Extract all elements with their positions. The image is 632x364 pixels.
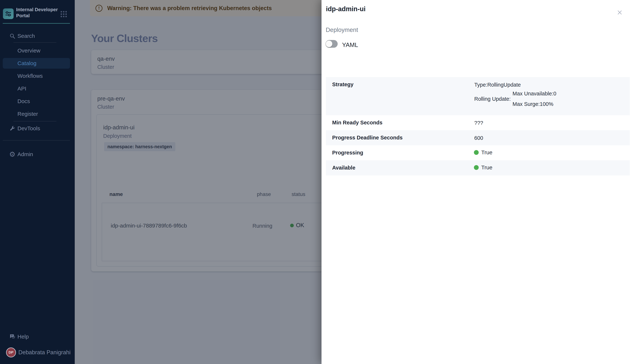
avatar-initials: DP xyxy=(9,350,14,354)
detail-label: Available xyxy=(332,165,355,171)
detail-value: True xyxy=(481,164,492,170)
close-icon[interactable] xyxy=(616,9,623,16)
sidebar-item-help[interactable]: ? Help xyxy=(3,331,70,342)
sidebar-item-label: Register xyxy=(18,111,38,117)
sidebar: Internal Developer Portal Search Overvie… xyxy=(0,0,75,364)
app-logo xyxy=(3,8,14,19)
detail-value: True xyxy=(481,149,492,156)
detail-label: Min Ready Seconds xyxy=(332,120,383,126)
sidebar-item-workflows[interactable]: Workflows xyxy=(3,71,70,81)
sidebar-item-label: API xyxy=(18,86,26,92)
detail-label: Progressing xyxy=(332,150,363,156)
user-name[interactable]: Debabrata Panigrahi xyxy=(18,349,71,356)
gear-icon: ⚙ xyxy=(9,151,16,158)
wrench-icon xyxy=(9,126,16,131)
sidebar-item-label: Docs xyxy=(18,98,30,104)
sidebar-divider xyxy=(14,121,56,122)
yaml-toggle[interactable] xyxy=(326,40,338,48)
rolling-update-label: Rolling Update: xyxy=(474,96,511,102)
sidebar-item-api[interactable]: API xyxy=(3,83,70,94)
sidebar-item-overview[interactable]: Overview xyxy=(3,45,70,56)
toggle-thumb xyxy=(326,40,332,47)
sidebar-item-docs[interactable]: Docs xyxy=(3,96,70,106)
sidebar-item-catalog[interactable]: Catalog xyxy=(3,58,70,68)
details-drawer: idp-admin-ui Deployment YAML Strategy Ty… xyxy=(322,0,632,364)
sidebar-accent-rule xyxy=(3,23,70,24)
status-dot xyxy=(474,165,479,170)
sidebar-item-label: Workflows xyxy=(18,73,43,79)
search-icon xyxy=(9,33,16,39)
max-unavailable-value: Max Unavailable:0 xyxy=(512,91,556,97)
sidebar-item-label: Help xyxy=(18,334,29,340)
rolling-update-group: Rolling Update: Max Unavailable:0 Max Su… xyxy=(474,91,556,107)
detail-row-progressing: Progressing True xyxy=(326,145,630,160)
sidebar-item-label: Admin xyxy=(18,151,33,158)
sidebar-item-search[interactable]: Search xyxy=(3,31,70,41)
svg-text:?: ? xyxy=(11,334,13,338)
apps-grid-icon[interactable] xyxy=(61,11,67,17)
drawer-title: idp-admin-ui xyxy=(326,5,366,13)
user-avatar[interactable]: DP xyxy=(6,348,16,358)
detail-label: Strategy xyxy=(332,82,354,88)
detail-value: 600 xyxy=(474,135,483,141)
help-chat-icon: ? xyxy=(9,334,16,340)
sidebar-item-label: Search xyxy=(18,33,35,39)
sidebar-item-devtools[interactable]: DevTools xyxy=(3,123,70,134)
sidebar-item-label: DevTools xyxy=(18,125,40,132)
max-surge-value: Max Surge:100% xyxy=(512,101,556,107)
detail-value: ??? xyxy=(474,120,483,126)
detail-row-strategy: Strategy Type:RollingUpdate Rolling Upda… xyxy=(326,77,630,115)
drawer-subtitle: Deployment xyxy=(326,26,358,34)
sidebar-divider xyxy=(14,42,56,43)
sidebar-item-register[interactable]: Register xyxy=(3,108,70,119)
detail-label: Progress Deadline Seconds xyxy=(332,135,403,141)
sidebar-item-label: Overview xyxy=(18,48,40,54)
detail-row-progress-deadline-seconds: Progress Deadline Seconds 600 xyxy=(326,130,630,145)
detail-row-min-ready-seconds: Min Ready Seconds ??? xyxy=(326,115,630,130)
status-dot xyxy=(474,150,479,155)
sliders-logo-icon xyxy=(5,10,12,18)
strategy-type-value: Type:RollingUpdate xyxy=(474,82,521,88)
sidebar-divider xyxy=(3,140,70,140)
yaml-toggle-label: YAML xyxy=(342,42,358,48)
app-title: Internal Developer Portal xyxy=(16,6,58,19)
detail-row-available: Available True xyxy=(326,160,630,176)
sidebar-item-admin[interactable]: ⚙ Admin xyxy=(3,149,70,160)
sidebar-item-label: Catalog xyxy=(18,60,36,66)
